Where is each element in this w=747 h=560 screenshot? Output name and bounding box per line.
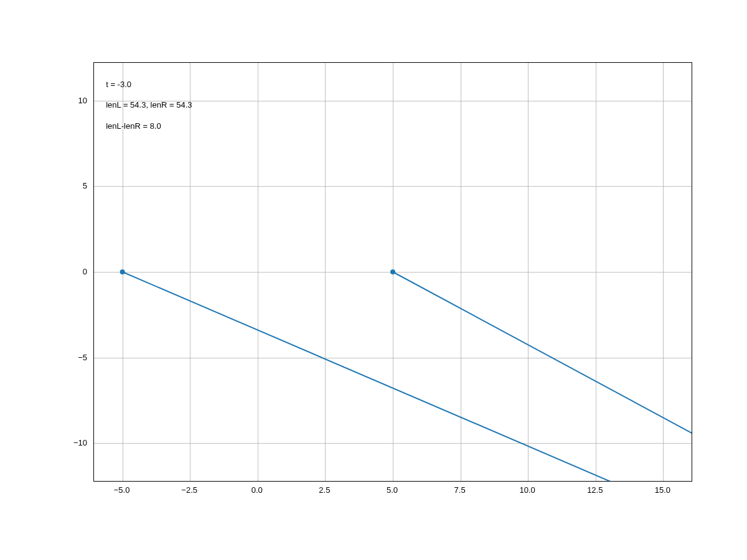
marker-point <box>120 269 125 274</box>
annotation-lenL-minus-lenR: lenL-lenR = 8.0 <box>106 121 161 131</box>
x-tick-label: 12.5 <box>587 485 603 495</box>
x-tick-label: 7.5 <box>454 485 466 495</box>
y-tick-label: 5 <box>83 181 87 190</box>
x-tick-label: −2.5 <box>181 485 197 495</box>
x-tick-label: 0.0 <box>251 485 263 495</box>
plot-svg <box>94 63 692 481</box>
y-tick-label: −5 <box>78 352 87 362</box>
y-tick-label: 0 <box>83 267 87 276</box>
x-tick-label: −5.0 <box>114 485 130 495</box>
annotation-lenL-lenR-values: lenL = 54.3, lenR = 54.3 <box>106 100 192 110</box>
annotation-t: t = -3.0 <box>106 80 131 89</box>
x-tick-label: 2.5 <box>319 485 330 495</box>
line-series-left <box>123 272 747 560</box>
x-tick-label: 15.0 <box>655 485 670 495</box>
marker-point <box>390 269 395 274</box>
y-tick-label: −10 <box>73 438 87 447</box>
x-tick-label: 5.0 <box>387 485 398 495</box>
x-tick-label: 10.0 <box>520 485 535 495</box>
y-tick-label: 10 <box>78 95 87 105</box>
line-series-right <box>393 272 747 560</box>
chart-plot-area: t = -3.0 lenL = 54.3, lenR = 54.3 lenL-l… <box>93 62 692 482</box>
